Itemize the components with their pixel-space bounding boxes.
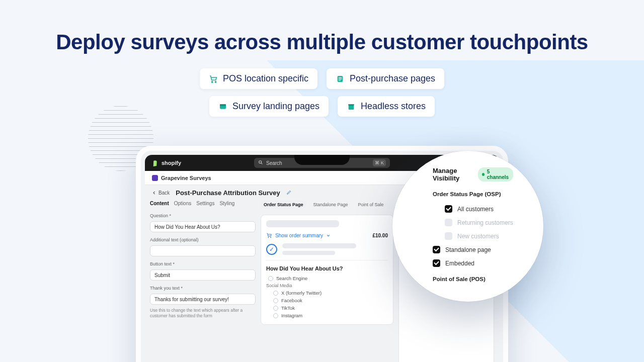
back-button[interactable]: Back [152, 190, 170, 196]
svg-point-10 [270, 237, 271, 238]
tab-options[interactable]: Options [174, 201, 191, 206]
svg-point-9 [268, 237, 269, 238]
additional-text-input[interactable] [150, 245, 256, 256]
survey-option[interactable]: Facebook [271, 297, 388, 304]
survey-option[interactable]: Instagram [271, 312, 388, 319]
chip-landing: Survey landing pages [209, 96, 329, 117]
svg-point-0 [212, 81, 213, 82]
survey-question: How Did You Hear About Us? [266, 265, 388, 272]
store-icon [347, 102, 356, 111]
svg-rect-3 [339, 77, 342, 77]
page-headline: Deploy surveys across multiple customer … [0, 30, 644, 54]
chip-headless: Headless stores [338, 96, 435, 117]
checkbox-standalone-page[interactable]: Standalone page [433, 243, 513, 256]
order-summary-toggle[interactable]: Show order summary £10.00 [266, 232, 388, 238]
chip-pos: POS location specific [200, 68, 317, 89]
checkbox-embedded[interactable]: Embedded [433, 256, 513, 270]
channels-badge: 5 channels [478, 167, 513, 182]
skeleton-line [266, 220, 339, 227]
skeleton-line [282, 251, 335, 255]
radio-icon [273, 298, 278, 303]
additional-text-label: Additional text (optional) [150, 237, 256, 242]
svg-point-1 [215, 81, 216, 82]
content-form-panel: Content Options Settings Styling Questio… [150, 201, 256, 362]
thank-you-hint: Use this to change the text which appear… [150, 308, 256, 319]
search-placeholder: Search [266, 160, 282, 166]
section-pos: Point of Sale (POS) [433, 276, 513, 282]
cart-icon [209, 74, 218, 83]
radio-icon [273, 291, 278, 296]
preview-tab-pos[interactable]: Point of Sale [355, 201, 387, 209]
app-icon [152, 175, 158, 181]
page-title: Post-Purchase Attribution Survey [176, 189, 280, 197]
form-tabs: Content Options Settings Styling [150, 201, 256, 206]
preview-tab-standalone[interactable]: Standalone Page [310, 201, 351, 209]
chip-post-purchase-label: Post-purchase pages [350, 73, 435, 84]
tab-styling[interactable]: Styling [219, 201, 234, 206]
tab-settings[interactable]: Settings [196, 201, 214, 206]
svg-point-8 [259, 161, 262, 163]
survey-option-group: Social Media [266, 282, 388, 289]
page-icon [336, 74, 345, 83]
question-input[interactable]: How Did You Hear About Us? [150, 221, 256, 232]
thank-you-input[interactable]: Thanks for submitting our survey! [150, 294, 256, 305]
magnifier-title: Manage Visibility [433, 167, 474, 182]
step-complete-icon: ✓ [266, 244, 277, 255]
checkbox-returning-customers[interactable]: Returning customers [445, 216, 513, 229]
svg-rect-7 [220, 104, 226, 106]
svg-rect-4 [339, 78, 342, 79]
skeleton-line [282, 243, 356, 248]
radio-icon [268, 276, 273, 281]
survey-option[interactable]: X (formerly Twitter) [271, 289, 388, 297]
button-text-input[interactable]: Submit [150, 269, 256, 281]
shopify-logo: shopify [152, 160, 181, 166]
device-notch [294, 155, 350, 165]
search-kbd: ⌘ K [373, 159, 386, 166]
section-osp: Order Status Page (OSP) [433, 191, 513, 197]
survey-preview: How Did You Hear About Us? Search Engine… [266, 260, 388, 319]
search-icon [258, 160, 263, 166]
radio-icon [273, 313, 278, 318]
preview-panel: Order Status Page Standalone Page Point … [261, 201, 393, 362]
radio-icon [273, 306, 278, 311]
thank-you-label: Thank you text * [150, 286, 256, 291]
survey-option[interactable]: TikTok [271, 304, 388, 312]
tab-content[interactable]: Content [150, 201, 169, 206]
app-name: Grapevine Surveys [161, 175, 211, 181]
chip-headless-label: Headless stores [361, 101, 426, 112]
svg-rect-5 [339, 80, 341, 80]
checkbox-new-customers[interactable]: New customers [445, 229, 513, 243]
chip-post-purchase: Post-purchase pages [327, 68, 444, 89]
chip-landing-label: Survey landing pages [232, 101, 319, 112]
chip-pos-label: POS location specific [223, 73, 308, 84]
button-text-label: Button text * [150, 261, 256, 266]
magnifier-visibility: Manage Visibility 5 channels Order Statu… [392, 151, 543, 302]
edit-title-icon[interactable] [286, 190, 292, 196]
preview-tab-osp[interactable]: Order Status Page [261, 201, 306, 209]
window-icon [218, 102, 227, 111]
order-total: £10.00 [372, 233, 388, 238]
chevron-down-icon [326, 233, 331, 238]
checkbox-all-customers[interactable]: All customers [445, 202, 513, 216]
survey-option[interactable]: Search Engine [266, 275, 388, 282]
question-label: Question * [150, 213, 256, 218]
